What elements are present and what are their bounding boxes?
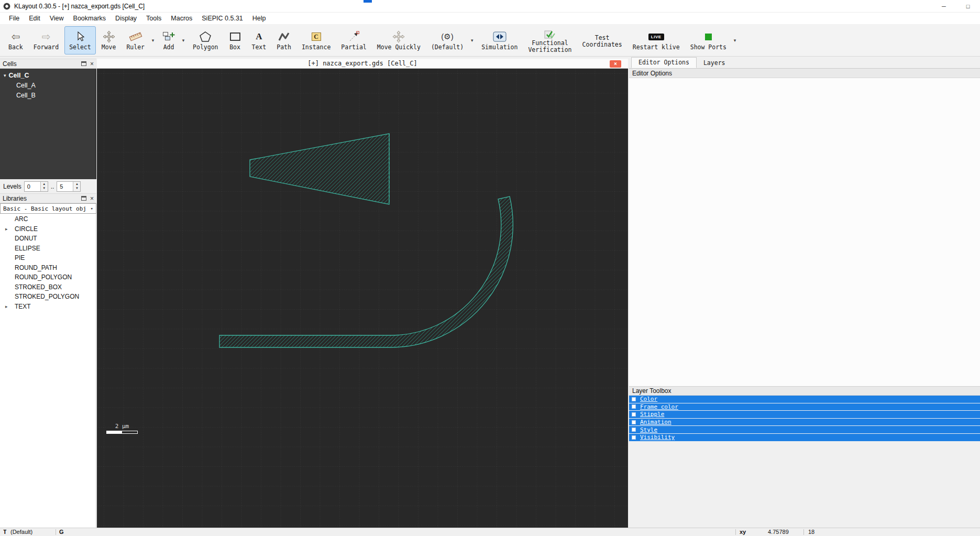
libraries-close-icon[interactable]: ×: [90, 195, 94, 202]
forward-icon: ⇨: [42, 31, 51, 42]
menu-siepic[interactable]: SiEPIC 0.5.31: [197, 13, 248, 24]
cell-tree: ▾ Cell_C Cell_A Cell_B: [0, 69, 96, 179]
checkbox-icon[interactable]: [632, 412, 636, 417]
libraries-float-icon[interactable]: [81, 196, 86, 201]
cell-tree-item-cellc[interactable]: ▾ Cell_C: [0, 70, 96, 80]
tab-layers[interactable]: Layers: [697, 58, 732, 68]
library-item-pie[interactable]: PIE: [0, 253, 96, 263]
menu-tools[interactable]: Tools: [141, 13, 166, 24]
back-icon: ⇦: [11, 31, 20, 42]
polygon-tool-button[interactable]: Polygon: [188, 26, 223, 54]
maximize-button[interactable]: □: [956, 0, 980, 13]
checkbox-icon[interactable]: [632, 397, 636, 401]
checkbox-icon[interactable]: [632, 420, 636, 424]
partial-tool-button[interactable]: Partial: [336, 26, 371, 54]
layer-toolbox-row-frame-color[interactable]: Frame color: [629, 403, 980, 411]
minimize-button[interactable]: ─: [932, 0, 956, 13]
library-item-text[interactable]: ▸TEXT: [0, 302, 96, 312]
box-tool-button[interactable]: Box: [224, 26, 246, 54]
libraries-panel-title: Libraries: [3, 195, 81, 202]
box-icon: [229, 30, 241, 43]
add-dropdown-arrow[interactable]: ▾: [180, 25, 186, 56]
text-tool-button[interactable]: A Text: [247, 26, 271, 54]
library-item-ellipse[interactable]: ELLIPSE: [0, 244, 96, 254]
library-select[interactable]: Basic - Basic layout obj ▾: [0, 203, 96, 214]
library-item-round-polygon[interactable]: ROUND_POLYGON: [0, 272, 96, 282]
menu-bar: File Edit View Bookmarks Display Tools M…: [0, 13, 980, 25]
select-tool-button[interactable]: Select: [64, 26, 96, 54]
default-dropdown-arrow[interactable]: ▾: [469, 25, 475, 56]
right-panel-tabs: Editor Options Layers: [629, 59, 980, 69]
menu-macros[interactable]: Macros: [166, 13, 197, 24]
library-item-stroked-box[interactable]: STROKED_BOX: [0, 282, 96, 292]
ruler-dropdown-arrow[interactable]: ▾: [150, 25, 156, 56]
menu-edit[interactable]: Edit: [24, 13, 45, 24]
text-icon: A: [256, 31, 262, 42]
show-ports-dropdown-arrow[interactable]: ▾: [732, 25, 738, 56]
checkbox-icon[interactable]: [632, 428, 636, 432]
restart-klive-button[interactable]: LIVE Restart klive: [628, 26, 685, 54]
canvas-tab-title[interactable]: [+] nazca_export.gds [Cell_C]: [307, 60, 417, 67]
cells-close-icon[interactable]: ×: [90, 61, 94, 67]
expander-right-icon[interactable]: ▸: [5, 226, 8, 232]
path-tool-button[interactable]: Path: [272, 26, 296, 54]
status-default: (Default): [10, 529, 32, 535]
menu-bookmarks[interactable]: Bookmarks: [69, 13, 111, 24]
status-bar: T (Default) G xy 4.75789 18: [0, 528, 980, 536]
instance-tool-button[interactable]: C Instance: [297, 26, 335, 54]
expander-icon[interactable]: ▾: [4, 73, 6, 78]
select-cursor-icon: [75, 30, 85, 43]
menu-help[interactable]: Help: [248, 13, 271, 24]
cells-float-icon[interactable]: [81, 61, 86, 66]
ruler-icon: [129, 30, 142, 43]
title-bar: KLayout 0.30.5 - [+] nazca_export.gds [C…: [0, 0, 980, 13]
menu-display[interactable]: Display: [111, 13, 141, 24]
tab-editor-options[interactable]: Editor Options: [631, 57, 697, 68]
layer-toolbox-row-color[interactable]: Color: [629, 396, 980, 403]
library-item-donut[interactable]: DONUT: [0, 234, 96, 244]
back-button[interactable]: ⇦ Back: [4, 26, 28, 54]
library-item-circle[interactable]: ▸CIRCLE: [0, 224, 96, 234]
levels-from-spinbox[interactable]: 0 ▲▼: [24, 181, 48, 192]
cell-tree-item-cellb[interactable]: Cell_B: [0, 90, 96, 100]
library-item-round-path[interactable]: ROUND_PATH: [0, 263, 96, 273]
show-ports-button[interactable]: Show Ports: [686, 26, 731, 54]
window-title: KLayout 0.30.5 - [+] nazca_export.gds [C…: [14, 3, 145, 10]
canvas-close-button[interactable]: ×: [610, 60, 621, 68]
canvas-tab-bar: [+] nazca_export.gds [Cell_C] ×: [97, 59, 628, 69]
functional-verification-button[interactable]: Functional Verification: [523, 26, 576, 54]
menu-view[interactable]: View: [45, 13, 69, 24]
library-item-stroked-polygon[interactable]: STROKED_POLYGON: [0, 292, 96, 302]
layer-toolbox-row-stipple[interactable]: Stipple: [629, 411, 980, 418]
layer-toolbox-row-style[interactable]: Style: [629, 426, 980, 433]
simulation-button[interactable]: Simulation: [477, 26, 522, 54]
checkbox-icon[interactable]: [632, 435, 636, 440]
default-config-button[interactable]: (⚙) (Default): [426, 26, 468, 54]
cells-panel-title: Cells: [3, 60, 81, 68]
layout-canvas[interactable]: 2 µm: [97, 69, 628, 528]
checkbox-icon[interactable]: [632, 404, 636, 409]
editor-options-content: [629, 78, 980, 386]
add-tool-button[interactable]: Add: [158, 26, 180, 54]
cell-tree-item-cella[interactable]: Cell_A: [0, 80, 96, 90]
levels-to-spinbox[interactable]: 5 ▲▼: [57, 181, 81, 192]
add-icon: [162, 30, 175, 43]
levels-dots: ..: [51, 183, 54, 190]
layer-toolbox-row-visibility[interactable]: Visibility: [629, 434, 980, 441]
scale-bar: 2 µm: [106, 423, 138, 434]
status-grid-indicator[interactable]: G: [59, 529, 64, 535]
test-coordinates-button[interactable]: Test Coordinates: [578, 26, 627, 54]
spin-arrows-icon[interactable]: ▲▼: [40, 182, 48, 191]
spin-arrows-icon[interactable]: ▲▼: [73, 182, 80, 191]
ruler-tool-button[interactable]: Ruler: [122, 26, 149, 54]
layer-toolbox-row-animation[interactable]: Animation: [629, 419, 980, 426]
expander-right-icon[interactable]: ▸: [5, 304, 8, 309]
move-tool-button[interactable]: Move: [97, 26, 121, 54]
partial-icon: [348, 30, 360, 43]
forward-button[interactable]: ⇨ Forward: [29, 26, 63, 54]
menu-file[interactable]: File: [4, 13, 24, 24]
library-item-arc[interactable]: ARC: [0, 214, 96, 224]
move-quickly-button[interactable]: Move Quickly: [372, 26, 425, 54]
cells-panel-header: Cells ×: [0, 59, 96, 69]
status-mode[interactable]: T: [3, 529, 7, 535]
